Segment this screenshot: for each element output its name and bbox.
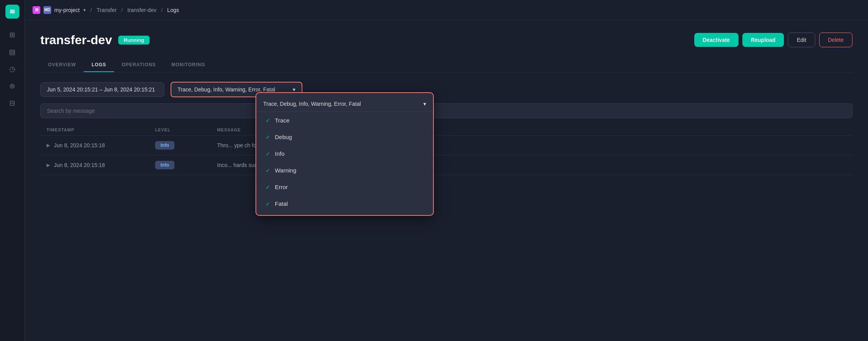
status-badge: Running — [118, 36, 150, 45]
project-name[interactable]: my-project — [54, 7, 79, 13]
tab-monitoring[interactable]: MONITORING — [164, 58, 213, 72]
check-debug-icon: ✓ — [266, 134, 270, 140]
content-area: transfer-dev Running Deactivate Reupload… — [25, 20, 868, 341]
breadcrumb-transfer-dev[interactable]: transfer-dev — [128, 7, 157, 13]
dropdown-item-warning[interactable]: ✓ Warning — [256, 162, 433, 179]
row-expand-2[interactable]: ▶ Jun 8, 2024 20:15:18 — [47, 162, 155, 168]
chart-icon[interactable]: ▤ — [5, 45, 19, 59]
dropdown-header: Trace, Debug, Info, Warning, Error, Fata… — [256, 96, 433, 112]
tab-overview[interactable]: OVERVIEW — [40, 58, 84, 72]
breadcrumb-transfer[interactable]: Transfer — [97, 7, 117, 13]
delete-button[interactable]: Delete — [819, 33, 852, 47]
level-dropdown: Trace, Debug, Info, Warning, Error, Fata… — [255, 92, 434, 216]
dropdown-item-trace[interactable]: ✓ Trace — [256, 112, 433, 129]
breadcrumb-separator-3: / — [161, 7, 162, 13]
dropdown-item-debug[interactable]: ✓ Debug — [256, 129, 433, 145]
clock-icon[interactable]: ◷ — [5, 62, 19, 76]
tab-operations[interactable]: OPERATIONS — [114, 58, 164, 72]
level-chevron-icon: ▾ — [293, 86, 295, 93]
breadcrumb-separator-1: / — [90, 7, 92, 13]
header-actions: Deactivate Reupload Edit Delete — [694, 33, 852, 47]
filter-row: Trace, Debug, Info, Warning, Error, Fata… — [40, 82, 852, 97]
expand-icon-1: ▶ — [47, 143, 50, 148]
dropdown-item-info[interactable]: ✓ Info — [256, 145, 433, 162]
breadcrumb-logs: Logs — [167, 7, 179, 13]
topbar: ⊞ MD my-project ▾ / Transfer / transfer-… — [25, 0, 868, 20]
main-wrapper: ⊞ MD my-project ▾ / Transfer / transfer-… — [25, 0, 868, 341]
dropdown-title: Trace, Debug, Info, Warning, Error, Fata… — [263, 101, 361, 107]
search-input[interactable] — [40, 103, 852, 118]
page-header: transfer-dev Running Deactivate Reupload… — [40, 33, 852, 47]
tab-logs[interactable]: LOGS — [84, 58, 114, 72]
check-info-icon: ✓ — [266, 151, 270, 157]
level-badge-2: Info — [155, 161, 217, 169]
project-initials: MD — [43, 6, 51, 14]
layers-icon[interactable]: ⊞ — [5, 28, 19, 42]
dropdown-label-trace: Trace — [275, 117, 290, 124]
timestamp-2: Jun 8, 2024 20:15:18 — [54, 162, 105, 168]
search-row — [40, 103, 852, 118]
table-row[interactable]: ▶ Jun 8, 2024 20:15:18 Info Inco... hard… — [40, 155, 852, 175]
check-warning-icon: ✓ — [266, 167, 270, 174]
dropdown-label-debug: Debug — [275, 134, 292, 140]
page-title-row: transfer-dev Running — [40, 33, 150, 47]
dropdown-label-warning: Warning — [275, 167, 296, 174]
edit-button[interactable]: Edit — [788, 33, 815, 47]
level-select-label: Trace, Debug, Info, Warning, Error, Fata… — [178, 86, 275, 93]
page-title: transfer-dev — [40, 33, 112, 47]
network-icon[interactable]: ⊛ — [5, 79, 19, 93]
timestamp-1: Jun 8, 2024 20:15:18 — [54, 142, 105, 148]
dropdown-label-info: Info — [275, 150, 285, 157]
date-range-input[interactable] — [40, 82, 164, 97]
dropdown-item-error[interactable]: ✓ Error — [256, 179, 433, 195]
dropdown-label-error: Error — [275, 184, 288, 190]
tabs: OVERVIEW LOGS OPERATIONS MONITORING — [40, 58, 852, 72]
check-trace-icon: ✓ — [266, 117, 270, 124]
sliders-icon[interactable]: ⊟ — [5, 96, 19, 110]
check-error-icon: ✓ — [266, 184, 270, 190]
expand-icon-2: ▶ — [47, 162, 50, 168]
deactivate-button[interactable]: Deactivate — [694, 33, 739, 47]
app-logo[interactable]: ≋ — [5, 5, 19, 19]
dropdown-chevron-icon: ▾ — [423, 101, 426, 107]
table-header: TIMESTAMP LEVEL MESSAGE — [40, 124, 852, 136]
check-fatal-icon: ✓ — [266, 201, 270, 207]
project-chevron-icon[interactable]: ▾ — [83, 7, 86, 13]
level-badge-1: Info — [155, 141, 217, 150]
project-icon: ⊞ — [33, 6, 40, 14]
dropdown-label-fatal: Fatal — [275, 200, 288, 207]
table-row[interactable]: ▶ Jun 8, 2024 20:15:18 Info Thro... ype … — [40, 136, 852, 155]
reupload-button[interactable]: Reupload — [742, 33, 784, 47]
sidebar: ≋ ⊞ ▤ ◷ ⊛ ⊟ — [0, 0, 25, 341]
col-timestamp: TIMESTAMP — [47, 127, 155, 132]
row-expand-1[interactable]: ▶ Jun 8, 2024 20:15:18 — [47, 142, 155, 148]
dropdown-item-fatal[interactable]: ✓ Fatal — [256, 195, 433, 212]
col-level: LEVEL — [155, 127, 217, 132]
breadcrumb-separator-2: / — [121, 7, 123, 13]
